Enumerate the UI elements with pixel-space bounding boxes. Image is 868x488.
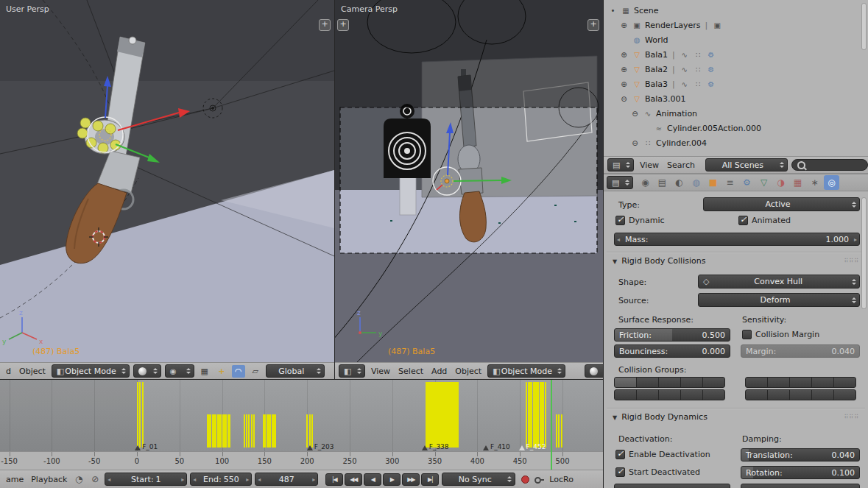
collision-group-toggle[interactable] — [811, 377, 834, 388]
search-input[interactable] — [791, 159, 868, 171]
collision-group-toggle[interactable] — [614, 389, 637, 400]
collision-group-toggle[interactable] — [702, 389, 725, 400]
physics-tab[interactable]: ◎ — [824, 175, 839, 190]
collision-group-toggle[interactable] — [658, 377, 681, 388]
outliner-item-scene[interactable]: •▦Scene — [604, 3, 868, 18]
expand-toggle-icon[interactable]: ⊕ — [619, 66, 629, 74]
timeline-marker[interactable]: F_452 — [519, 443, 546, 450]
panel-grip-icon[interactable] — [844, 414, 859, 420]
collision-group-toggle[interactable] — [767, 377, 790, 388]
dynamic-checkbox[interactable] — [615, 216, 625, 225]
particles-tab[interactable]: ∗ — [807, 175, 822, 190]
partial-slider[interactable] — [614, 484, 730, 488]
jump-start-button[interactable]: |◀ — [325, 473, 343, 486]
viewport-shading-dropdown[interactable] — [585, 364, 603, 378]
render-layers-tab[interactable]: ▤ — [654, 175, 670, 190]
area-split-handle[interactable] — [319, 19, 331, 31]
timeline-marker[interactable]: F_203 — [307, 443, 334, 450]
collision-group-toggle[interactable] — [636, 389, 659, 400]
anim-icon[interactable]: ∿ — [680, 80, 690, 88]
expand-toggle-icon[interactable]: ⊖ — [630, 139, 640, 147]
wrench-icon[interactable]: ⚙ — [706, 66, 716, 74]
start-frame-field[interactable]: Start:1 — [105, 473, 187, 486]
editor-type-dropdown[interactable] — [607, 158, 634, 171]
mode-dropdown[interactable]: Object Mode — [52, 364, 130, 378]
layers-widget[interactable] — [198, 365, 211, 378]
current-frame-field[interactable]: 487 — [255, 473, 318, 486]
translation-damping-slider[interactable]: Translation: 0.040 — [741, 448, 860, 462]
wrench-icon[interactable]: ⚙ — [706, 51, 716, 59]
editor-type-dropdown[interactable] — [339, 364, 365, 378]
modifiers-tab[interactable]: ⚙ — [739, 175, 755, 190]
manipulator-scale-toggle[interactable] — [249, 365, 262, 378]
material-tab[interactable]: ◑ — [773, 175, 788, 190]
expand-toggle-icon[interactable]: ⊖ — [630, 110, 640, 118]
end-frame-field[interactable]: End:550 — [190, 473, 252, 486]
shape-dropdown[interactable]: Convex Hull — [698, 275, 860, 289]
expand-toggle-icon[interactable]: ⊕ — [619, 51, 629, 59]
world-tab[interactable]: ◍ — [688, 175, 704, 190]
outliner-item-cylinder-005action-000[interactable]: ≈Cylinder.005Action.000 — [604, 121, 868, 135]
expand-toggle-icon[interactable]: ⊕ — [619, 80, 629, 88]
data-icon[interactable]: ∷ — [693, 66, 703, 74]
collision-group-toggle[interactable] — [680, 377, 703, 388]
select-menu[interactable]: Select — [396, 367, 426, 376]
collision-group-toggle[interactable] — [745, 377, 768, 388]
decrement-icon[interactable] — [617, 236, 620, 243]
start-deactivated-checkbox[interactable] — [615, 467, 625, 477]
outliner-item-bala2[interactable]: ⊕▽Bala2|∿∷⚙ — [604, 62, 868, 77]
outliner-item-world[interactable]: ◍World — [604, 32, 868, 47]
editor-type-dropdown[interactable] — [607, 176, 633, 189]
data-icon[interactable]: ∷ — [693, 51, 703, 59]
data-icon[interactable]: ∷ — [693, 80, 703, 88]
pivot-point-dropdown[interactable] — [165, 364, 194, 378]
disclosure-triangle-icon[interactable] — [613, 256, 617, 266]
viewport-user-persp[interactable]: z x y User Persp (487) Bala5 — [0, 0, 334, 362]
play-button[interactable]: ▶ — [383, 473, 401, 486]
viewport-camera-persp[interactable]: z y Camera Persp (487) Bala5 — [335, 0, 603, 362]
viewport-3d-scene[interactable]: z x y — [0, 0, 334, 362]
jump-end-button[interactable]: ▶| — [421, 473, 439, 486]
increment-icon[interactable] — [312, 476, 315, 483]
timeline-marker[interactable]: F_338 — [422, 443, 449, 450]
collision-group-toggle[interactable] — [658, 389, 681, 400]
wrench-icon[interactable]: ⚙ — [706, 80, 716, 88]
timeline-marker[interactable]: F_410 — [483, 443, 510, 450]
rigid-body-collisions-header[interactable]: Rigid Body Collisions — [613, 256, 859, 266]
partial-menu[interactable]: d — [4, 367, 13, 376]
properties-scrollbar[interactable] — [861, 197, 867, 309]
animated-checkbox[interactable] — [738, 216, 748, 225]
collision-group-toggle[interactable] — [636, 377, 659, 388]
anim-icon[interactable]: ∿ — [680, 66, 690, 74]
image-icon[interactable]: ▣ — [712, 21, 722, 29]
add-menu[interactable]: Add — [429, 367, 449, 376]
mode-dropdown[interactable]: Object Mode — [487, 364, 565, 378]
source-dropdown[interactable]: Deform — [698, 293, 860, 307]
collision-group-toggle[interactable] — [745, 389, 768, 400]
manipulator-rotate-toggle[interactable] — [232, 365, 245, 378]
outliner-item-animation[interactable]: ⊖∿Animation — [604, 106, 868, 121]
mass-field[interactable]: Mass: 1.000 — [614, 233, 860, 246]
expand-toggle-icon[interactable]: ⊕ — [619, 21, 629, 29]
outliner-item-renderlayers[interactable]: ⊕▣RenderLayers|▣ — [604, 18, 868, 32]
frame-menu[interactable]: ame — [4, 475, 26, 484]
outliner-item-bala3-001[interactable]: ⊖▽Bala3.001 — [604, 91, 868, 106]
object-data-tab[interactable]: ▽ — [756, 175, 772, 190]
increment-icon[interactable] — [854, 236, 857, 243]
collision-group-toggle[interactable] — [789, 389, 812, 400]
outliner-scrollbar[interactable] — [861, 3, 867, 50]
manipulator-translate-toggle[interactable] — [215, 365, 228, 378]
collision-group-toggle[interactable] — [614, 377, 637, 388]
viewport-camera-scene[interactable]: z y — [335, 0, 603, 362]
keyframe-area[interactable]: F_01F_203F_338F_410F_452 — [0, 380, 603, 451]
object-menu[interactable]: Object — [17, 367, 48, 376]
next-keyframe-button[interactable]: ▶▶ — [402, 473, 420, 486]
increment-icon[interactable] — [246, 476, 249, 483]
object-menu[interactable]: Object — [453, 367, 484, 376]
playhead[interactable] — [551, 380, 552, 470]
collision-group-toggle[interactable] — [811, 389, 834, 400]
timeline-ruler[interactable]: -150-100-5005010015020025030035040045050… — [0, 451, 603, 470]
timeline-marker[interactable]: F_01 — [135, 443, 158, 450]
disclosure-triangle-icon[interactable] — [613, 412, 617, 422]
view-menu[interactable]: View — [638, 160, 661, 170]
